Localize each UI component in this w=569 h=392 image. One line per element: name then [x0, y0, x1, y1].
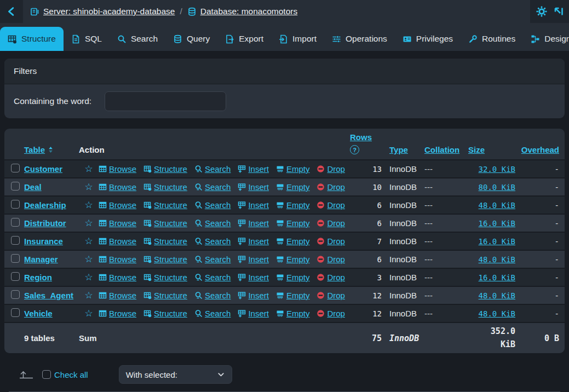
browse-action[interactable]: Browse: [99, 273, 136, 282]
sort-by-table-link[interactable]: Table: [24, 145, 45, 154]
row-checkbox[interactable]: [11, 182, 20, 191]
row-checkbox[interactable]: [11, 308, 20, 317]
sort-by-rows-link[interactable]: Rows: [350, 132, 372, 142]
browse-action[interactable]: Browse: [99, 218, 136, 228]
drop-action[interactable]: Drop: [317, 237, 345, 246]
favorite-toggle[interactable]: ☆: [79, 309, 99, 318]
structure-action[interactable]: Structure: [143, 237, 187, 246]
tab-operations[interactable]: Operations: [324, 27, 395, 51]
tab-sql[interactable]: SQL: [64, 27, 110, 51]
browse-action[interactable]: Browse: [99, 237, 136, 246]
tab-export[interactable]: Export: [217, 27, 271, 51]
check-all-label[interactable]: Check all: [54, 370, 88, 379]
row-checkbox[interactable]: [11, 254, 20, 263]
tab-search[interactable]: Search: [110, 27, 165, 51]
empty-action[interactable]: Empty: [276, 200, 310, 210]
back-button[interactable]: [0, 0, 23, 23]
drop-action[interactable]: Drop: [317, 273, 345, 282]
tab-privileges[interactable]: Privileges: [395, 27, 461, 51]
table-name-link[interactable]: Dealership: [24, 200, 66, 210]
search-action[interactable]: Search: [194, 200, 231, 210]
browse-action[interactable]: Browse: [99, 291, 136, 300]
tab-query[interactable]: Query: [165, 27, 217, 51]
structure-action[interactable]: Structure: [143, 200, 187, 210]
structure-action[interactable]: Structure: [143, 218, 187, 228]
structure-action[interactable]: Structure: [143, 164, 187, 174]
drop-action[interactable]: Drop: [317, 182, 345, 192]
row-checkbox[interactable]: [11, 218, 20, 227]
table-name-link[interactable]: Manager: [24, 255, 58, 264]
search-action[interactable]: Search: [194, 309, 231, 318]
table-name-link[interactable]: Region: [24, 273, 52, 282]
browse-action[interactable]: Browse: [99, 309, 136, 318]
favorite-toggle[interactable]: ☆: [79, 164, 99, 174]
row-checkbox[interactable]: [11, 290, 20, 299]
tab-routines[interactable]: Routines: [461, 27, 523, 51]
favorite-toggle[interactable]: ☆: [79, 182, 99, 192]
table-name-link[interactable]: Distributor: [24, 218, 66, 228]
size-link[interactable]: 16.0 KiB: [479, 219, 515, 228]
rows-help-icon[interactable]: ?: [350, 145, 359, 154]
tab-designer[interactable]: Designer: [523, 27, 569, 51]
table-name-link[interactable]: Sales_Agent: [24, 291, 73, 300]
search-action[interactable]: Search: [194, 255, 231, 264]
insert-action[interactable]: Insert: [238, 291, 269, 300]
structure-action[interactable]: Structure: [143, 273, 187, 282]
browse-action[interactable]: Browse: [99, 200, 136, 210]
drop-action[interactable]: Drop: [317, 309, 345, 318]
empty-action[interactable]: Empty: [276, 237, 310, 246]
insert-action[interactable]: Insert: [238, 200, 269, 210]
favorite-toggle[interactable]: ☆: [79, 218, 99, 228]
browse-action[interactable]: Browse: [99, 255, 136, 264]
sort-by-overhead-link[interactable]: Overhead: [521, 145, 559, 154]
search-action[interactable]: Search: [194, 164, 231, 174]
sort-by-size-link[interactable]: Size: [468, 145, 485, 154]
favorite-toggle[interactable]: ☆: [79, 200, 99, 210]
empty-action[interactable]: Empty: [276, 273, 310, 282]
table-name-link[interactable]: Customer: [24, 164, 62, 174]
filter-input[interactable]: [105, 91, 226, 111]
settings-button[interactable]: [536, 5, 548, 18]
empty-action[interactable]: Empty: [276, 182, 310, 192]
insert-action[interactable]: Insert: [238, 273, 269, 282]
sort-by-collation-link[interactable]: Collation: [424, 145, 459, 154]
favorite-toggle[interactable]: ☆: [79, 255, 99, 264]
row-checkbox[interactable]: [11, 236, 20, 245]
breadcrumb-database-link[interactable]: Database: monacomotors: [200, 7, 297, 16]
empty-action[interactable]: Empty: [276, 255, 310, 264]
structure-action[interactable]: Structure: [143, 309, 187, 318]
empty-action[interactable]: Empty: [276, 164, 310, 174]
structure-action[interactable]: Structure: [143, 255, 187, 264]
search-action[interactable]: Search: [194, 237, 231, 246]
tab-structure[interactable]: Structure: [0, 27, 64, 51]
browse-action[interactable]: Browse: [99, 164, 136, 174]
row-checkbox[interactable]: [11, 272, 20, 281]
size-link[interactable]: 80.0 KiB: [479, 183, 515, 192]
search-action[interactable]: Search: [194, 218, 231, 228]
expand-button[interactable]: [553, 6, 564, 17]
favorite-toggle[interactable]: ☆: [79, 291, 99, 300]
empty-action[interactable]: Empty: [276, 291, 310, 300]
row-checkbox[interactable]: [11, 164, 20, 172]
check-all-checkbox[interactable]: [42, 370, 51, 379]
breadcrumb-server-link[interactable]: Server: shinobi-academy-database: [43, 7, 175, 16]
row-checkbox[interactable]: [11, 200, 20, 209]
search-action[interactable]: Search: [194, 182, 231, 192]
drop-action[interactable]: Drop: [317, 255, 345, 264]
structure-action[interactable]: Structure: [143, 182, 187, 192]
browse-action[interactable]: Browse: [99, 182, 136, 192]
empty-action[interactable]: Empty: [276, 218, 310, 228]
insert-action[interactable]: Insert: [238, 164, 269, 174]
table-name-link[interactable]: Vehicle: [24, 309, 53, 318]
search-action[interactable]: Search: [194, 273, 231, 282]
insert-action[interactable]: Insert: [238, 309, 269, 318]
tab-import[interactable]: Import: [271, 27, 324, 51]
drop-action[interactable]: Drop: [317, 218, 345, 228]
search-action[interactable]: Search: [194, 291, 231, 300]
sort-by-type-link[interactable]: Type: [389, 145, 408, 154]
size-link[interactable]: 48.0 KiB: [479, 201, 515, 210]
size-link[interactable]: 48.0 KiB: [479, 291, 515, 300]
insert-action[interactable]: Insert: [238, 218, 269, 228]
favorite-toggle[interactable]: ☆: [79, 237, 99, 246]
drop-action[interactable]: Drop: [317, 200, 345, 210]
